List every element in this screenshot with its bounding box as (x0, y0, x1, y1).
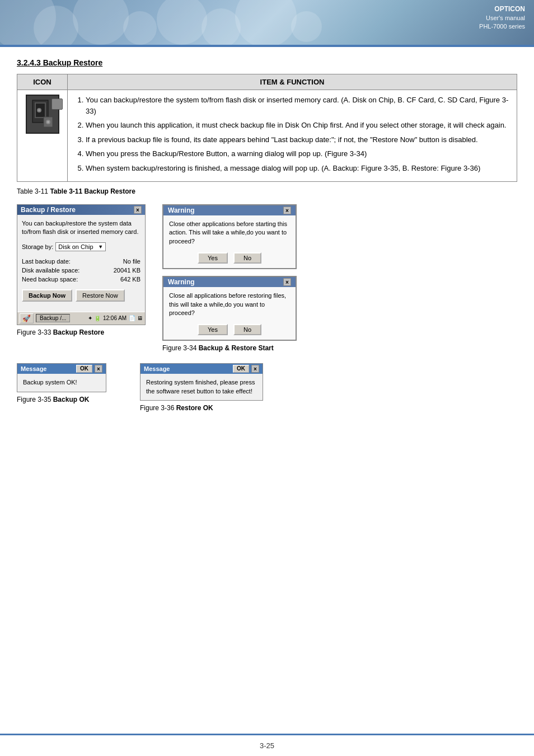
fig36-column: Message OK × Restoring system finished, … (140, 363, 263, 412)
function-cell: You can backup/restore the system to/fro… (68, 90, 517, 182)
function-item-4: When you press the Backup/Restore Button… (86, 148, 510, 159)
fig36-label-text: Figure 3-36 (140, 404, 176, 412)
section-heading: 3.2.4.3 Backup Restore (17, 58, 517, 67)
fig34-bold: Backup & Restore Start (199, 344, 274, 352)
backup-buttons: Backup Now Restore Now (22, 289, 140, 302)
company-name: OPTICON (479, 4, 525, 14)
taskbar: 🚀 Backup /... ✦ 🔋 12:06 AM 📄 🖥 (17, 312, 145, 325)
table-caption-text: Table 3-11 Table 3-11 Backup Restore (17, 187, 135, 195)
icon-cell (17, 90, 68, 182)
warning-windows: Warning × Close other applications befor… (162, 204, 297, 341)
fig35-label-text: Figure 3-35 (17, 396, 53, 403)
fig33-label-text: Figure 3-33 (17, 328, 53, 336)
taskbar-clock: ✦ 🔋 12:06 AM 📄 🖥 (88, 315, 143, 321)
storage-select[interactable]: Disk on Chip ▼ (55, 242, 106, 251)
storage-value: Disk on Chip (58, 243, 93, 250)
fig36-label: Figure 3-36 Restore OK (140, 404, 263, 412)
last-backup-label: Last backup date: (22, 258, 71, 265)
function-item-2: When you launch this application, it mus… (86, 120, 510, 131)
page-number: 3-25 (260, 741, 274, 750)
warning1-message: Close other applications before starting… (163, 215, 296, 250)
message-restore-body: Restoring system finished, please press … (140, 374, 263, 400)
function-item-3: If a previous backup file is found, its … (86, 134, 510, 145)
taskbar-start-btn[interactable]: 🚀 (20, 313, 34, 323)
function-item-1: You can backup/restore the system to/fro… (86, 95, 510, 116)
series-label: PHL-7000 series (479, 22, 525, 31)
disk-space-row: Disk available space: 20041 KB (22, 267, 140, 274)
function-item-5: When system backup/restoring is finished… (86, 163, 510, 174)
fig36-bold: Restore OK (176, 404, 213, 412)
last-backup-row: Last backup date: No file (22, 258, 140, 265)
page-footer: 3-25 (0, 734, 534, 756)
page-content: 3.2.4.3 Backup Restore ICON ITEM & FUNCT… (0, 47, 534, 434)
header-info: OPTICON User's manual PHL-7000 series (479, 4, 525, 31)
warning2-no-btn[interactable]: No (233, 324, 261, 335)
message-restore-ok-button[interactable]: OK (233, 365, 249, 373)
warning1-no-btn[interactable]: No (233, 252, 261, 264)
storage-dropdown-arrow: ▼ (98, 244, 103, 250)
warning1-yes-btn[interactable]: Yes (198, 252, 228, 264)
taskbar-icons: ✦ 🔋 (88, 315, 101, 321)
message-ok-title: Message OK × (17, 364, 106, 374)
backup-window-titlebar: Backup / Restore × (17, 205, 145, 215)
table-caption: Table 3-11 Table 3-11 Backup Restore (17, 187, 517, 195)
warning2-close[interactable]: × (283, 278, 291, 286)
table-row: You can backup/restore the system to/fro… (17, 90, 517, 182)
need-backup-label: Need backup space: (22, 276, 78, 283)
fig33-bold: Backup Restore (53, 328, 104, 336)
message-restore-close[interactable]: × (251, 365, 259, 373)
storage-row: Storage by: Disk on Chip ▼ (22, 242, 140, 251)
warning2-window: Warning × Close all applications before … (162, 276, 297, 341)
table-col-function: ITEM & FUNCTION (68, 74, 517, 90)
warning2-yes-btn[interactable]: Yes (198, 324, 228, 335)
figures-row: Backup / Restore × You can backup/restor… (17, 204, 517, 352)
table-col-icon: ICON (17, 74, 68, 90)
clock-time: 12:06 AM (103, 315, 127, 321)
warning2-title-text: Warning (168, 278, 195, 286)
fig34-label: Figure 3-34 Backup & Restore Start (162, 344, 297, 352)
storage-label: Storage by: (22, 243, 53, 250)
backup-now-button[interactable]: Backup Now (22, 289, 72, 302)
taskbar-backup-item[interactable]: Backup /... (36, 314, 70, 322)
warning2-buttons: Yes No (163, 322, 296, 340)
backup-window-title: Backup / Restore (21, 206, 76, 214)
taskbar-extra-icon: 📄 🖥 (129, 315, 143, 321)
backup-restore-window: Backup / Restore × You can backup/restor… (17, 204, 146, 325)
figures-bottom-row: Message OK × Backup system OK! Figure 3-… (17, 363, 517, 412)
message-ok-title-text: Message (21, 365, 46, 372)
last-backup-value: No file (123, 258, 140, 265)
function-list: You can backup/restore the system to/fro… (74, 95, 510, 173)
warning1-close[interactable]: × (283, 206, 291, 214)
need-backup-row: Need backup space: 642 KB (22, 276, 140, 283)
need-backup-value: 642 KB (120, 276, 140, 283)
warning2-title: Warning × (163, 277, 296, 287)
restore-now-button[interactable]: Restore Now (76, 289, 125, 302)
warning2-message: Close all applications before restoring … (163, 287, 296, 322)
disk-space-label: Disk available space: (22, 267, 79, 274)
backup-description: You can backup/restore the system data t… (22, 219, 140, 237)
message-ok-close[interactable]: × (95, 365, 102, 373)
manual-label: User's manual (479, 14, 525, 22)
message-restore-title: Message OK × (140, 364, 263, 374)
fig35-bold: Backup OK (53, 396, 90, 403)
message-restore-title-text: Message (144, 365, 170, 372)
fig34-label-text: Figure 3-34 (162, 344, 199, 352)
backup-icon (26, 95, 59, 134)
message-ok-body: Backup system OK! (17, 374, 106, 391)
function-table: ICON ITEM & FUNCTION (17, 74, 517, 182)
fig33-label: Figure 3-33 Backup Restore (17, 328, 146, 336)
fig35-label: Figure 3-35 Backup OK (17, 396, 106, 403)
fig35-column: Message OK × Backup system OK! Figure 3-… (17, 363, 106, 403)
backup-window-close[interactable]: × (134, 206, 142, 214)
message-restore-window: Message OK × Restoring system finished, … (140, 363, 263, 401)
fig34-column: Warning × Close other applications befor… (162, 204, 297, 352)
page-header: OPTICON User's manual PHL-7000 series (0, 0, 534, 45)
backup-window-body: You can backup/restore the system data t… (17, 215, 145, 312)
message-ok-window: Message OK × Backup system OK! (17, 363, 106, 392)
svg-point-7 (47, 121, 49, 123)
message-ok-button[interactable]: OK (76, 365, 92, 373)
warning1-title-text: Warning (168, 206, 195, 214)
warning1-title: Warning × (163, 205, 296, 215)
warning1-buttons: Yes No (163, 250, 296, 268)
warning1-window: Warning × Close other applications befor… (162, 204, 297, 269)
